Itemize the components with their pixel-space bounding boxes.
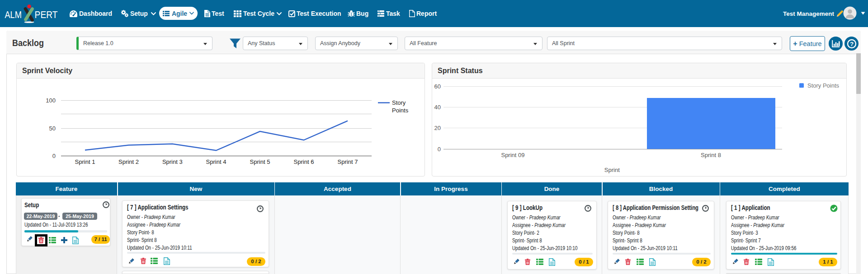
svg-text:60: 60 bbox=[434, 83, 441, 90]
svg-text:ALM: ALM bbox=[5, 9, 22, 20]
svg-text:Sprint 8: Sprint 8 bbox=[701, 152, 721, 158]
svg-text:PERT: PERT bbox=[35, 9, 58, 20]
svg-text:50: 50 bbox=[49, 125, 56, 132]
svg-text:Points: Points bbox=[392, 107, 409, 114]
svg-text:Sprint 6: Sprint 6 bbox=[294, 158, 314, 165]
svg-text:Sprint 3: Sprint 3 bbox=[162, 158, 183, 165]
svg-text:Story: Story bbox=[392, 99, 406, 106]
svg-text:Sprint 4: Sprint 4 bbox=[206, 158, 226, 165]
svg-text:?: ? bbox=[849, 40, 853, 47]
svg-text:Sprint 09: Sprint 09 bbox=[501, 152, 524, 158]
svg-text:Sprint 1: Sprint 1 bbox=[75, 158, 95, 165]
svg-text:Sprint 7: Sprint 7 bbox=[338, 158, 358, 165]
svg-text:0: 0 bbox=[438, 146, 441, 153]
svg-text:20: 20 bbox=[434, 125, 441, 131]
svg-text:Sprint 2: Sprint 2 bbox=[118, 158, 139, 165]
svg-text:Story Points: Story Points bbox=[807, 82, 840, 89]
svg-text:Sprint: Sprint bbox=[604, 167, 620, 173]
svg-text:0: 0 bbox=[52, 153, 56, 159]
svg-text:100: 100 bbox=[46, 97, 56, 104]
svg-text:40: 40 bbox=[434, 104, 441, 111]
svg-text:Sprint 5: Sprint 5 bbox=[250, 158, 270, 165]
